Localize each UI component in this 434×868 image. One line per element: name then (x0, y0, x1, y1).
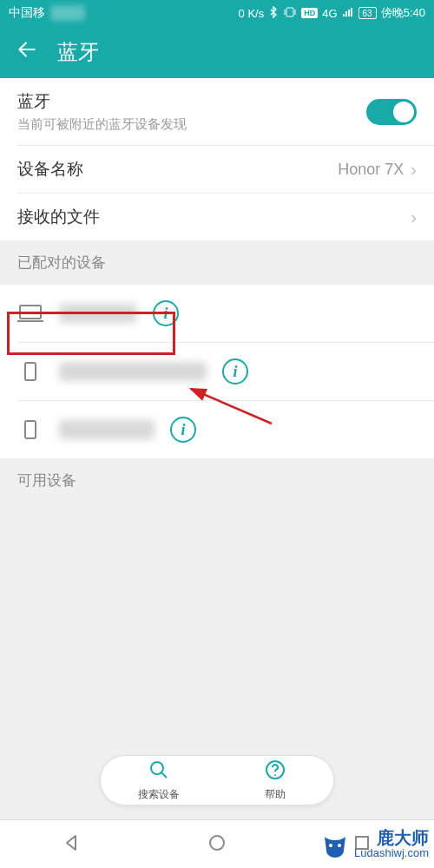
hd-badge: HD (301, 8, 318, 18)
info-icon[interactable]: i (170, 417, 196, 443)
svg-rect-3 (25, 421, 36, 438)
help-button[interactable]: 帮助 (217, 756, 333, 805)
paired-device-row[interactable]: i (0, 343, 434, 400)
deer-logo-icon (319, 825, 351, 859)
available-devices-header: 可用设备 (0, 458, 434, 503)
search-devices-button[interactable]: 搜索设备 (101, 756, 217, 805)
watermark-url: Ludashiwj.com (354, 847, 429, 859)
signal-bars-icon (342, 7, 354, 20)
bluetooth-toggle-row[interactable]: 蓝牙 当前可被附近的蓝牙设备发现 (0, 78, 434, 145)
data-rate: 0 K/s (239, 7, 265, 20)
svg-point-7 (274, 774, 276, 776)
paired-devices-header: 已配对的设备 (0, 240, 434, 285)
received-files-label: 接收的文件 (17, 206, 100, 228)
bluetooth-toggle-switch[interactable] (366, 99, 417, 125)
status-right: 0 K/s HD 4G 63 傍晚5:40 (239, 5, 425, 21)
back-arrow-icon[interactable] (16, 38, 38, 67)
svg-rect-2 (25, 363, 36, 380)
search-icon (148, 760, 169, 786)
info-icon[interactable]: i (153, 300, 179, 326)
device-name-label: 设备名称 (17, 158, 83, 181)
received-files-row[interactable]: 接收的文件 › (0, 194, 434, 240)
bluetooth-icon (268, 6, 279, 21)
device-name-redacted (59, 420, 155, 439)
toggle-subtitle: 当前可被附近的蓝牙设备发现 (17, 116, 366, 133)
signal-type: 4G (322, 7, 337, 20)
bottom-action-bar: 搜索设备 帮助 (100, 755, 334, 806)
svg-point-5 (151, 762, 163, 774)
paired-device-row[interactable]: i (0, 285, 434, 342)
search-label: 搜索设备 (138, 787, 180, 802)
vibrate-icon (283, 6, 297, 21)
laptop-icon (17, 304, 43, 323)
device-name-value: Honor 7X (338, 161, 404, 179)
paired-device-row[interactable]: i (0, 401, 434, 458)
page-title: 蓝牙 (57, 38, 99, 66)
nav-back-icon[interactable] (62, 832, 82, 857)
status-left: 中国移 (9, 5, 85, 21)
nav-home-icon[interactable] (207, 832, 227, 857)
svg-point-11 (338, 844, 341, 847)
chevron-right-icon: › (411, 207, 417, 227)
phone-icon (17, 359, 43, 384)
app-header: 蓝牙 (0, 26, 434, 78)
svg-rect-1 (20, 306, 41, 319)
device-name-redacted (59, 304, 137, 323)
svg-rect-0 (286, 8, 293, 16)
available-devices-empty (0, 503, 434, 754)
toggle-label: 蓝牙 (17, 90, 366, 113)
help-label: 帮助 (265, 787, 286, 802)
time-label: 傍晚5:40 (381, 5, 425, 21)
chevron-right-icon: › (411, 160, 417, 180)
watermark-brand: 鹿大师 (354, 828, 429, 847)
svg-point-8 (210, 836, 224, 850)
info-icon[interactable]: i (222, 358, 248, 385)
status-blur (50, 5, 85, 21)
battery-icon: 63 (358, 7, 377, 19)
device-name-row[interactable]: 设备名称 Honor 7X › (0, 146, 434, 193)
content-area: 蓝牙 当前可被附近的蓝牙设备发现 设备名称 Honor 7X › 接收的文件 ›… (0, 78, 434, 754)
watermark: 鹿大师 Ludashiwj.com (319, 825, 429, 859)
help-icon (265, 760, 286, 786)
carrier-label: 中国移 (9, 5, 45, 21)
device-name-redacted (59, 362, 207, 381)
status-bar: 中国移 0 K/s HD 4G 63 傍晚5:40 (0, 0, 434, 26)
phone-icon (17, 418, 43, 442)
svg-point-10 (329, 844, 332, 847)
